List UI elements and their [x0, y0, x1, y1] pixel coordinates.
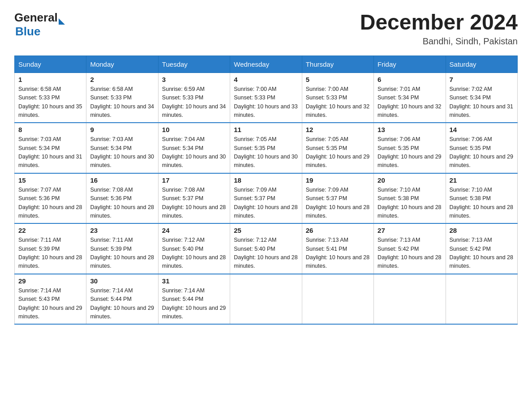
- day-info: Sunrise: 7:04 AMSunset: 5:34 PMDaylight:…: [162, 135, 226, 170]
- calendar-cell: 31Sunrise: 7:14 AMSunset: 5:44 PMDayligh…: [158, 274, 230, 325]
- day-number: 7: [450, 76, 514, 83]
- header-row: SundayMondayTuesdayWednesdayThursdayFrid…: [15, 56, 518, 73]
- day-info: Sunrise: 7:13 AMSunset: 5:42 PMDaylight:…: [450, 236, 514, 271]
- location-title: Bandhi, Sindh, Pakistan: [360, 36, 518, 47]
- calendar-cell: 3Sunrise: 6:59 AMSunset: 5:33 PMDaylight…: [158, 73, 230, 123]
- day-info: Sunrise: 7:10 AMSunset: 5:38 PMDaylight:…: [450, 186, 514, 221]
- calendar-cell: [230, 274, 302, 325]
- day-info: Sunrise: 7:08 AMSunset: 5:36 PMDaylight:…: [90, 186, 154, 221]
- calendar-cell: 29Sunrise: 7:14 AMSunset: 5:43 PMDayligh…: [15, 274, 86, 325]
- calendar-cell: 2Sunrise: 6:58 AMSunset: 5:33 PMDaylight…: [86, 73, 158, 123]
- calendar-header: SundayMondayTuesdayWednesdayThursdayFrid…: [15, 56, 518, 73]
- calendar-cell: 24Sunrise: 7:12 AMSunset: 5:40 PMDayligh…: [158, 223, 230, 274]
- day-info: Sunrise: 7:02 AMSunset: 5:34 PMDaylight:…: [450, 85, 514, 120]
- day-number: 22: [18, 227, 82, 234]
- calendar-cell: 9Sunrise: 7:03 AMSunset: 5:34 PMDaylight…: [86, 123, 158, 173]
- calendar-cell: 5Sunrise: 7:00 AMSunset: 5:33 PMDaylight…: [302, 73, 373, 123]
- day-info: Sunrise: 7:05 AMSunset: 5:35 PMDaylight:…: [306, 135, 370, 170]
- day-info: Sunrise: 7:09 AMSunset: 5:37 PMDaylight:…: [306, 186, 370, 221]
- day-info: Sunrise: 6:58 AMSunset: 5:33 PMDaylight:…: [90, 85, 154, 120]
- day-number: 9: [90, 126, 154, 133]
- day-number: 4: [234, 76, 298, 83]
- calendar-cell: 21Sunrise: 7:10 AMSunset: 5:38 PMDayligh…: [446, 173, 517, 224]
- calendar-cell: 14Sunrise: 7:06 AMSunset: 5:35 PMDayligh…: [446, 123, 517, 173]
- week-row-1: 1Sunrise: 6:58 AMSunset: 5:33 PMDaylight…: [15, 73, 518, 123]
- calendar-cell: 13Sunrise: 7:06 AMSunset: 5:35 PMDayligh…: [374, 123, 446, 173]
- day-info: Sunrise: 7:14 AMSunset: 5:43 PMDaylight:…: [18, 287, 82, 321]
- day-number: 11: [234, 126, 298, 133]
- logo-general-text: General: [14, 11, 58, 25]
- day-info: Sunrise: 7:08 AMSunset: 5:37 PMDaylight:…: [162, 186, 226, 221]
- day-number: 16: [90, 176, 154, 184]
- calendar-cell: 1Sunrise: 6:58 AMSunset: 5:33 PMDaylight…: [15, 73, 86, 123]
- logo-blue-text: Blue: [15, 25, 40, 39]
- calendar-cell: 4Sunrise: 7:00 AMSunset: 5:33 PMDaylight…: [230, 73, 302, 123]
- calendar-cell: 16Sunrise: 7:08 AMSunset: 5:36 PMDayligh…: [86, 173, 158, 224]
- day-number: 12: [306, 126, 370, 133]
- calendar-cell: 11Sunrise: 7:05 AMSunset: 5:35 PMDayligh…: [230, 123, 302, 173]
- calendar-cell: 18Sunrise: 7:09 AMSunset: 5:37 PMDayligh…: [230, 173, 302, 224]
- day-number: 18: [234, 176, 298, 184]
- day-number: 8: [18, 126, 82, 133]
- day-info: Sunrise: 7:03 AMSunset: 5:34 PMDaylight:…: [90, 135, 154, 170]
- calendar-cell: 30Sunrise: 7:14 AMSunset: 5:44 PMDayligh…: [86, 274, 158, 325]
- day-number: 2: [90, 76, 154, 83]
- logo: General Blue: [14, 11, 65, 39]
- day-info: Sunrise: 7:11 AMSunset: 5:39 PMDaylight:…: [18, 236, 82, 271]
- month-title: December 2024: [360, 11, 518, 34]
- day-number: 20: [378, 176, 442, 184]
- day-number: 30: [90, 277, 154, 285]
- day-info: Sunrise: 7:01 AMSunset: 5:34 PMDaylight:…: [378, 85, 442, 120]
- header-day-tuesday: Tuesday: [158, 56, 230, 73]
- calendar-cell: 22Sunrise: 7:11 AMSunset: 5:39 PMDayligh…: [15, 223, 86, 274]
- day-number: 3: [162, 76, 226, 83]
- header-day-saturday: Saturday: [446, 56, 517, 73]
- day-info: Sunrise: 6:58 AMSunset: 5:33 PMDaylight:…: [18, 85, 82, 120]
- day-number: 26: [306, 227, 370, 234]
- day-info: Sunrise: 7:06 AMSunset: 5:35 PMDaylight:…: [378, 135, 442, 170]
- calendar-cell: 19Sunrise: 7:09 AMSunset: 5:37 PMDayligh…: [302, 173, 373, 224]
- calendar-cell: 15Sunrise: 7:07 AMSunset: 5:36 PMDayligh…: [15, 173, 86, 224]
- header-day-sunday: Sunday: [15, 56, 86, 73]
- day-info: Sunrise: 7:12 AMSunset: 5:40 PMDaylight:…: [162, 236, 226, 271]
- day-number: 23: [90, 227, 154, 234]
- day-info: Sunrise: 7:00 AMSunset: 5:33 PMDaylight:…: [306, 85, 370, 120]
- day-number: 19: [306, 176, 370, 184]
- header-day-monday: Monday: [86, 56, 158, 73]
- day-number: 14: [450, 126, 514, 133]
- calendar-cell: 7Sunrise: 7:02 AMSunset: 5:34 PMDaylight…: [446, 73, 517, 123]
- week-row-2: 8Sunrise: 7:03 AMSunset: 5:34 PMDaylight…: [15, 123, 518, 173]
- calendar-cell: 28Sunrise: 7:13 AMSunset: 5:42 PMDayligh…: [446, 223, 517, 274]
- calendar-cell: 8Sunrise: 7:03 AMSunset: 5:34 PMDaylight…: [15, 123, 86, 173]
- calendar-body: 1Sunrise: 6:58 AMSunset: 5:33 PMDaylight…: [15, 73, 518, 324]
- calendar-cell: 25Sunrise: 7:12 AMSunset: 5:40 PMDayligh…: [230, 223, 302, 274]
- day-number: 13: [378, 126, 442, 133]
- day-number: 6: [378, 76, 442, 83]
- calendar-cell: 12Sunrise: 7:05 AMSunset: 5:35 PMDayligh…: [302, 123, 373, 173]
- logo-triangle-icon: [59, 18, 65, 25]
- day-info: Sunrise: 7:14 AMSunset: 5:44 PMDaylight:…: [162, 287, 226, 321]
- day-info: Sunrise: 7:13 AMSunset: 5:41 PMDaylight:…: [306, 236, 370, 271]
- title-section: December 2024 Bandhi, Sindh, Pakistan: [360, 11, 518, 47]
- week-row-3: 15Sunrise: 7:07 AMSunset: 5:36 PMDayligh…: [15, 173, 518, 224]
- calendar-cell: 26Sunrise: 7:13 AMSunset: 5:41 PMDayligh…: [302, 223, 373, 274]
- calendar-cell: [446, 274, 517, 325]
- calendar-cell: [374, 274, 446, 325]
- day-info: Sunrise: 7:14 AMSunset: 5:44 PMDaylight:…: [90, 287, 154, 321]
- day-number: 17: [162, 176, 226, 184]
- week-row-4: 22Sunrise: 7:11 AMSunset: 5:39 PMDayligh…: [15, 223, 518, 274]
- day-number: 27: [378, 227, 442, 234]
- day-info: Sunrise: 7:03 AMSunset: 5:34 PMDaylight:…: [18, 135, 82, 170]
- day-number: 28: [450, 227, 514, 234]
- day-info: Sunrise: 7:09 AMSunset: 5:37 PMDaylight:…: [234, 186, 298, 221]
- day-info: Sunrise: 7:06 AMSunset: 5:35 PMDaylight:…: [450, 135, 514, 170]
- calendar-cell: 17Sunrise: 7:08 AMSunset: 5:37 PMDayligh…: [158, 173, 230, 224]
- calendar-cell: 27Sunrise: 7:13 AMSunset: 5:42 PMDayligh…: [374, 223, 446, 274]
- day-info: Sunrise: 7:10 AMSunset: 5:38 PMDaylight:…: [378, 186, 442, 221]
- calendar-cell: 20Sunrise: 7:10 AMSunset: 5:38 PMDayligh…: [374, 173, 446, 224]
- calendar-cell: 23Sunrise: 7:11 AMSunset: 5:39 PMDayligh…: [86, 223, 158, 274]
- day-info: Sunrise: 7:00 AMSunset: 5:33 PMDaylight:…: [234, 85, 298, 120]
- day-number: 10: [162, 126, 226, 133]
- week-row-5: 29Sunrise: 7:14 AMSunset: 5:43 PMDayligh…: [15, 274, 518, 325]
- day-number: 24: [162, 227, 226, 234]
